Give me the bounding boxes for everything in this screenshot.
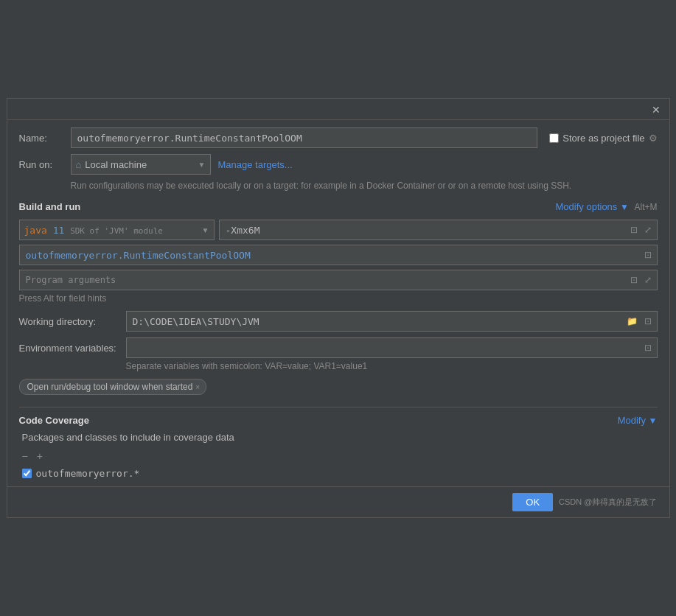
program-args-field[interactable]: Program arguments ⊡ ⤢ — [19, 270, 658, 290]
name-label: Name: — [19, 133, 71, 144]
jvm-row: java 11 SDK of 'JVM' module ▼ -Xmx6M ⊡ ⤢ — [19, 220, 658, 240]
close-button[interactable]: ✕ — [649, 103, 663, 116]
wd-folder-icon[interactable]: 📁 — [624, 315, 640, 327]
cc-item-checkbox[interactable] — [22, 469, 32, 478]
working-directory-label: Working directory: — [19, 316, 126, 327]
separate-hint: Separate variables with semicolon: VAR=v… — [126, 361, 658, 371]
run-on-label: Run on: — [19, 159, 71, 170]
tag-row: Open run/debug tool window when started … — [19, 379, 658, 395]
java-keyword: java — [24, 225, 47, 236]
main-class-value: outofmemoryerror.RuntimeConstantPoolOOM — [26, 250, 251, 261]
cc-toolbar: − + — [19, 449, 658, 463]
prog-args-icons: ⊡ ⤢ — [628, 274, 654, 286]
build-run-section-header: Build and run Modify options ▼ Alt+M — [19, 201, 658, 212]
build-run-title: Build and run — [19, 201, 81, 212]
working-directory-row: Working directory: D:\CODE\IDEA\STUDY\JV… — [19, 311, 658, 332]
tag-close-button[interactable]: × — [195, 383, 200, 391]
name-input[interactable] — [71, 127, 538, 148]
home-icon: ⌂ — [76, 159, 82, 170]
vm-options-expand-icon[interactable]: ⊡ — [628, 224, 640, 236]
store-as-project-label: Store as project file — [562, 133, 644, 144]
cc-description: Packages and classes to include in cover… — [22, 432, 658, 443]
modify-area: Modify ▼ — [618, 415, 658, 426]
env-vars-row: Environment variables: ⊡ — [19, 337, 658, 358]
cc-add-button[interactable]: + — [34, 449, 46, 463]
code-coverage-title: Code Coverage — [19, 415, 89, 426]
dropdown-arrow-icon: ▼ — [198, 161, 206, 169]
local-machine-text: Local machine — [85, 159, 193, 170]
local-machine-dropdown[interactable]: ⌂ Local machine ▼ — [71, 154, 211, 175]
env-expand-icon[interactable]: ⊡ — [642, 342, 654, 354]
jvm-label: java 11 SDK of 'JVM' module — [24, 225, 163, 236]
modify-arrow-icon: ▼ — [649, 416, 658, 426]
gear-icon[interactable]: ⚙ — [649, 133, 658, 144]
main-class-field[interactable]: outofmemoryerror.RuntimeConstantPoolOOM … — [19, 245, 658, 265]
prog-args-fullscreen-icon[interactable]: ⤢ — [642, 274, 654, 286]
dropdown-arrow-modify: ▼ — [620, 202, 629, 212]
prog-args-expand-icon[interactable]: ⊡ — [628, 274, 640, 286]
name-row: Name: Store as project file ⚙ — [19, 127, 658, 148]
main-class-icons: ⊡ — [642, 249, 654, 261]
cc-remove-button[interactable]: − — [19, 449, 31, 463]
jvm-suffix: SDK of 'JVM' module — [70, 226, 163, 236]
tag-label: Open run/debug tool window when started — [27, 382, 193, 392]
open-tool-window-tag: Open run/debug tool window when started … — [19, 379, 207, 395]
jvm-dropdown[interactable]: java 11 SDK of 'JVM' module ▼ — [19, 220, 215, 240]
ok-button[interactable]: OK — [512, 493, 553, 511]
wd-icons: 📁 ⊡ — [624, 315, 654, 327]
store-project-area: Store as project file ⚙ — [549, 133, 657, 144]
run-on-hint: Run configurations may be executed local… — [71, 179, 658, 192]
watermark: CSDN @帅得真的是无敌了 — [559, 497, 657, 508]
cc-item-row: outofmemoryerror.* — [22, 468, 658, 479]
run-debug-dialog: ✕ Name: Store as project file ⚙ Run on: … — [7, 98, 670, 518]
jvm-version: 11 — [53, 225, 65, 236]
dialog-body: Name: Store as project file ⚙ Run on: ⌂ … — [7, 120, 669, 486]
section-divider — [19, 407, 658, 407]
vm-options-icons: ⊡ ⤢ — [628, 224, 654, 236]
modify-options-area: Modify options ▼ Alt+M — [556, 201, 658, 212]
env-vars-field[interactable]: ⊡ — [126, 337, 658, 358]
env-vars-label: Environment variables: — [19, 343, 126, 354]
run-on-row: Run on: ⌂ Local machine ▼ Manage targets… — [19, 154, 658, 175]
press-alt-hint: Press Alt for field hints — [19, 293, 658, 304]
jvm-arrow-icon: ▼ — [202, 226, 209, 234]
wd-expand-icon[interactable]: ⊡ — [642, 315, 654, 327]
env-icons: ⊡ — [642, 342, 654, 354]
store-as-project-checkbox[interactable] — [549, 133, 559, 143]
vm-options-value: -Xmx6M — [226, 225, 651, 236]
main-class-expand-icon[interactable]: ⊡ — [642, 249, 654, 261]
title-bar: ✕ — [7, 99, 669, 120]
cc-item-text: outofmemoryerror.* — [36, 468, 140, 479]
code-coverage-header: Code Coverage Modify ▼ — [19, 415, 658, 426]
manage-targets-link[interactable]: Manage targets... — [218, 159, 293, 170]
alt-m-hint: Alt+M — [634, 202, 657, 212]
vm-options-field[interactable]: -Xmx6M ⊡ ⤢ — [219, 220, 658, 240]
modify-options-link[interactable]: Modify options — [556, 201, 618, 212]
dialog-footer: OK CSDN @帅得真的是无敌了 — [7, 486, 669, 517]
working-directory-value: D:\CODE\IDEA\STUDY\JVM — [133, 316, 259, 327]
working-directory-field[interactable]: D:\CODE\IDEA\STUDY\JVM 📁 ⊡ — [126, 311, 658, 332]
modify-link[interactable]: Modify — [618, 415, 646, 426]
program-args-placeholder: Program arguments — [26, 275, 116, 285]
vm-options-fullscreen-icon[interactable]: ⤢ — [642, 224, 654, 236]
